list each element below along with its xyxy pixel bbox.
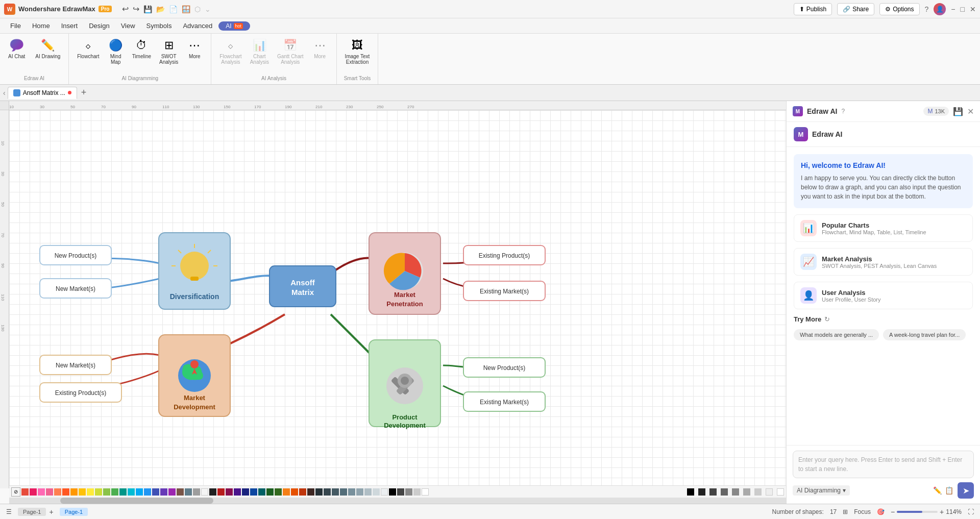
mind-map-button[interactable]: 🔵 MindMap bbox=[105, 37, 127, 67]
undo-button[interactable]: ↩ bbox=[122, 4, 129, 14]
menu-insert[interactable]: Insert bbox=[56, 20, 83, 31]
color-black-2[interactable] bbox=[389, 488, 396, 496]
color-dark-brown[interactable] bbox=[307, 488, 314, 496]
publish-button[interactable]: ⬆ Publish bbox=[794, 3, 832, 15]
flowchart-button[interactable]: ⬦ Flowchart bbox=[74, 37, 102, 61]
ai-panel-close-icon[interactable]: ✕ bbox=[967, 107, 974, 116]
color-dark-lime[interactable] bbox=[275, 488, 282, 496]
color-blue[interactable] bbox=[144, 488, 151, 496]
minimize-button[interactable]: − bbox=[951, 5, 955, 13]
ai-mode-select[interactable]: AI Diagramming ▾ bbox=[793, 485, 850, 496]
color-dark-orange[interactable] bbox=[291, 488, 298, 496]
color-brown[interactable] bbox=[177, 488, 184, 496]
flowchart-analysis-button[interactable]: ⬦ FlowchartAnalysis bbox=[216, 37, 244, 67]
color-white-2[interactable] bbox=[422, 488, 429, 496]
color-darkgrey[interactable] bbox=[397, 488, 404, 496]
color-blue-grey-3[interactable] bbox=[332, 488, 339, 496]
color-indigo[interactable] bbox=[152, 488, 159, 496]
add-tab-button[interactable]: + bbox=[79, 87, 89, 98]
ai-panel-help-icon[interactable]: ? bbox=[841, 108, 845, 115]
canvas-area[interactable]: // Ruler ticks will be drawn via JS 10 3… bbox=[0, 101, 786, 504]
help-button[interactable]: ? bbox=[925, 5, 929, 13]
ai-analysis-more-button[interactable]: ⋯ More bbox=[309, 37, 331, 61]
menu-symbols[interactable]: Symbols bbox=[141, 20, 177, 31]
zoom-in-button[interactable]: + bbox=[940, 508, 944, 516]
menu-advanced[interactable]: Advanced bbox=[178, 20, 217, 31]
swatch-dark[interactable] bbox=[709, 488, 717, 496]
color-red[interactable] bbox=[21, 488, 29, 496]
color-grey[interactable] bbox=[193, 488, 200, 496]
user-avatar[interactable]: 👤 bbox=[934, 3, 946, 15]
zoom-out-button[interactable]: − bbox=[891, 508, 895, 516]
color-dark-blue[interactable] bbox=[250, 488, 257, 496]
color-coral[interactable] bbox=[54, 488, 61, 496]
menu-file[interactable]: File bbox=[5, 20, 26, 31]
fit-icon[interactable]: 🎯 bbox=[877, 508, 885, 515]
new-window-icon[interactable]: 🪟 bbox=[182, 5, 190, 13]
ai-toolbar-icon-edit[interactable]: ✏️ bbox=[933, 486, 942, 495]
color-dark-red[interactable] bbox=[217, 488, 225, 496]
ai-toolbar-icon-copy[interactable]: 📋 bbox=[945, 486, 953, 495]
share-button[interactable]: 🔗 Share bbox=[837, 3, 874, 15]
redo-button[interactable]: ↪ bbox=[133, 4, 139, 14]
color-dark-indigo[interactable] bbox=[242, 488, 249, 496]
color-blue-grey-8[interactable] bbox=[373, 488, 380, 496]
menu-ai[interactable]: AI hot bbox=[218, 21, 250, 31]
zoom-slider[interactable] bbox=[897, 511, 938, 513]
color-blue-grey-2[interactable] bbox=[324, 488, 331, 496]
color-white[interactable] bbox=[201, 488, 208, 496]
more-dropdown-icon[interactable]: ⌄ bbox=[205, 5, 211, 13]
active-tab[interactable]: Ansoff Matrix ... bbox=[8, 87, 77, 99]
swatch-grey[interactable] bbox=[732, 488, 739, 496]
fullscreen-button[interactable]: ⛶ bbox=[968, 508, 974, 515]
ai-diagram-more-button[interactable]: ⋯ More bbox=[183, 37, 206, 61]
options-button[interactable]: ⚙ Options bbox=[879, 3, 919, 15]
add-page-button[interactable]: + bbox=[49, 508, 53, 516]
chip-travel-plan[interactable]: A week-long travel plan for... bbox=[883, 329, 966, 340]
timeline-button[interactable]: ⏱ Timeline bbox=[129, 37, 154, 61]
color-dark-pink[interactable] bbox=[226, 488, 233, 496]
ai-chat-button[interactable]: 💬 AI Chat bbox=[5, 37, 28, 61]
color-blue-grey[interactable] bbox=[185, 488, 192, 496]
swatch-black[interactable] bbox=[687, 488, 694, 496]
color-blue-grey-6[interactable] bbox=[356, 488, 363, 496]
color-dark-blue-grey[interactable] bbox=[315, 488, 323, 496]
ai-send-button[interactable]: ➤ bbox=[958, 482, 974, 499]
refresh-icon[interactable]: ↻ bbox=[824, 315, 830, 323]
close-button[interactable]: ✕ bbox=[970, 5, 976, 13]
save-icon[interactable]: 💾 bbox=[143, 5, 152, 13]
nav-arrow-left[interactable]: ‹ bbox=[3, 89, 6, 97]
swatch-light-grey[interactable] bbox=[743, 488, 750, 496]
menu-home[interactable]: Home bbox=[27, 20, 55, 31]
color-blue-grey-5[interactable] bbox=[348, 488, 355, 496]
color-lime[interactable] bbox=[95, 488, 102, 496]
color-black[interactable] bbox=[209, 488, 216, 496]
page-tab-active[interactable]: Page-1 bbox=[60, 508, 88, 516]
page-tab-default[interactable]: Page-1 bbox=[18, 508, 46, 516]
layers-icon[interactable]: ⊞ bbox=[843, 508, 848, 515]
ai-input-box[interactable]: Enter your query here. Press Enter to se… bbox=[793, 451, 974, 478]
color-dark-green[interactable] bbox=[266, 488, 274, 496]
menu-view[interactable]: View bbox=[116, 20, 140, 31]
color-blue-grey-4[interactable] bbox=[340, 488, 347, 496]
image-text-button[interactable]: 🖼 Image TextExtraction bbox=[342, 37, 373, 67]
color-lightgrey[interactable] bbox=[413, 488, 421, 496]
nav-icon[interactable]: ☰ bbox=[6, 508, 12, 515]
menu-design[interactable]: Design bbox=[84, 20, 114, 31]
color-amber[interactable] bbox=[79, 488, 86, 496]
chip-what-models[interactable]: What models are generally ... bbox=[794, 329, 879, 340]
swatch-near-white[interactable] bbox=[766, 488, 773, 496]
color-purple[interactable] bbox=[168, 488, 176, 496]
focus-mode-button[interactable]: Focus bbox=[854, 508, 871, 515]
swatch-lighter-grey[interactable] bbox=[754, 488, 762, 496]
color-orange-red[interactable] bbox=[62, 488, 69, 496]
color-rose[interactable] bbox=[46, 488, 53, 496]
color-green[interactable] bbox=[111, 488, 118, 496]
gantt-analysis-button[interactable]: 📅 Gantt ChartAnalysis bbox=[274, 37, 307, 67]
ai-card-popular-charts[interactable]: 📊 Popular Charts Flowchart, Mind Map, Ta… bbox=[794, 214, 973, 242]
color-midgrey[interactable] bbox=[405, 488, 412, 496]
ai-card-market-analysis[interactable]: 📈 Market Analysis SWOT Analysis, PEST An… bbox=[794, 248, 973, 276]
color-dark-cyan[interactable] bbox=[258, 488, 265, 496]
color-cyan[interactable] bbox=[128, 488, 135, 496]
swot-button[interactable]: ⊞ SWOTAnalysis bbox=[156, 37, 181, 67]
